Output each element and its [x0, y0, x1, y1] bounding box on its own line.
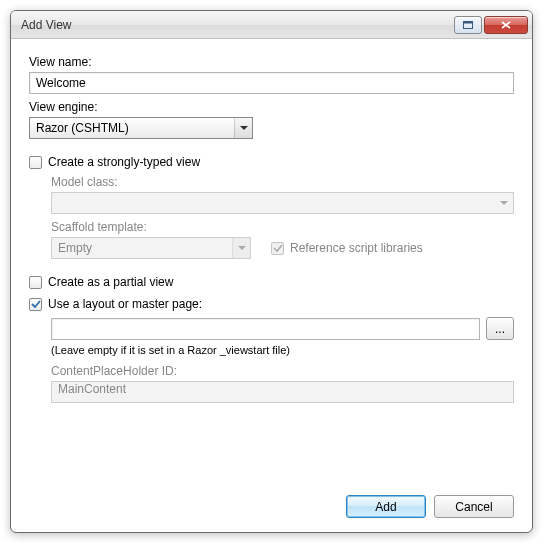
layout-path-input[interactable] — [51, 318, 480, 340]
chevron-down-icon — [232, 238, 250, 258]
use-layout-row[interactable]: Use a layout or master page: — [29, 297, 514, 311]
scaffold-template-dropdown: Empty — [51, 237, 251, 259]
view-engine-label: View engine: — [29, 100, 514, 114]
view-engine-dropdown[interactable]: Razor (CSHTML) — [29, 117, 253, 139]
view-name-label: View name: — [29, 55, 514, 69]
window-title: Add View — [21, 18, 452, 32]
ellipsis-icon: ... — [495, 322, 505, 336]
scaffold-template-label: Scaffold template: — [51, 220, 514, 234]
chevron-down-icon — [495, 193, 513, 213]
maximize-icon — [463, 21, 473, 29]
reference-libs-label: Reference script libraries — [290, 241, 423, 255]
close-icon — [501, 21, 511, 29]
partial-view-checkbox[interactable] — [29, 276, 42, 289]
check-icon — [31, 299, 41, 309]
add-button[interactable]: Add — [346, 495, 426, 518]
svg-rect-1 — [464, 21, 473, 23]
cph-id-value: MainContent — [58, 382, 126, 396]
layout-hint: (Leave empty if it is set in a Razor _vi… — [51, 344, 514, 356]
model-class-dropdown — [51, 192, 514, 214]
view-engine-value: Razor (CSHTML) — [36, 121, 246, 135]
check-icon — [273, 243, 283, 253]
chevron-down-icon — [234, 118, 252, 138]
browse-button[interactable]: ... — [486, 317, 514, 340]
cancel-button[interactable]: Cancel — [434, 495, 514, 518]
cph-id-input: MainContent — [51, 381, 514, 403]
use-layout-checkbox[interactable] — [29, 298, 42, 311]
close-button[interactable] — [484, 16, 528, 34]
strongly-typed-row[interactable]: Create a strongly-typed view — [29, 155, 514, 169]
view-name-input[interactable] — [29, 72, 514, 94]
use-layout-label: Use a layout or master page: — [48, 297, 202, 311]
maximize-button[interactable] — [454, 16, 482, 34]
dialog-body: View name: View engine: Razor (CSHTML) C… — [11, 39, 532, 532]
strongly-typed-label: Create a strongly-typed view — [48, 155, 200, 169]
dialog-window: Add View View name: View engine: Razor (… — [10, 10, 533, 533]
scaffold-template-value: Empty — [58, 241, 244, 255]
reference-libs-checkbox — [271, 242, 284, 255]
dialog-footer: Add Cancel — [29, 483, 514, 518]
cph-id-label: ContentPlaceHolder ID: — [51, 364, 514, 378]
strongly-typed-checkbox[interactable] — [29, 156, 42, 169]
partial-view-row[interactable]: Create as a partial view — [29, 275, 514, 289]
model-class-label: Model class: — [51, 175, 514, 189]
partial-view-label: Create as a partial view — [48, 275, 173, 289]
title-bar: Add View — [11, 11, 532, 39]
